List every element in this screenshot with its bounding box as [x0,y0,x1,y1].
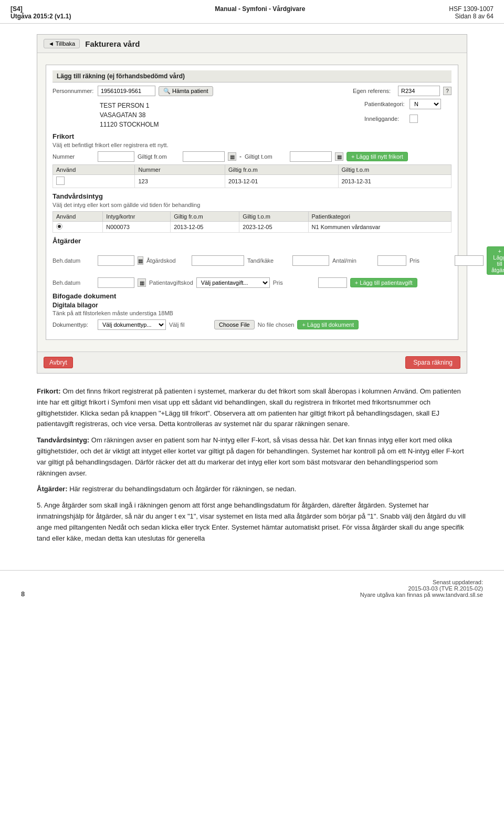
lagg-till-dokument-button[interactable]: + Lägg till dokument [297,320,359,329]
point5-text: 5. Ange åtgärder som skall ingå i räknin… [37,501,466,542]
back-button[interactable]: ◄ Tillbaka [44,39,80,48]
main-content: ◄ Tillbaka Fakturera vård Lägg till räkn… [0,24,504,560]
beh-datum-calendar-icon[interactable]: ▦ [138,256,143,265]
calendar-from-icon[interactable]: ▦ [228,152,236,161]
atgarder-section: Åtgärder Beh.datum ▦ Åtgärdskod Tand/käk… [52,237,452,288]
tv-radio[interactable] [56,223,62,230]
footer-right: Senast uppdaterad: 2015-03-03 (TVE R.201… [360,579,483,598]
avbryt-button[interactable]: Avbryt [44,357,73,368]
atgardskod-input[interactable] [192,255,244,266]
page-footer: 8 Senast uppdaterad: 2015-03-03 (TVE R.2… [0,570,504,603]
footer-date: 2015-03-03 (TVE R.2015-02) [360,585,483,592]
egen-ref-input[interactable] [398,86,440,96]
giltigt-tom-input[interactable] [290,151,332,162]
beh-datum-input-2[interactable] [98,277,134,288]
tv-from-cell: 2013-12-05 [171,222,239,233]
tv-col-anvand: Använd [53,212,103,222]
dokumenttyp-label: Dokumenttyp: [52,322,94,328]
tv-anvand-cell[interactable] [53,222,103,233]
frikort-col-from: Giltig fr.o.m [225,165,338,175]
spara-rakning-button[interactable]: Spara räkning [405,356,460,369]
atgarder-row1: Beh.datum ▦ Åtgärdskod Tand/käke Antal/m… [52,246,452,275]
header-left: [S4] Utgåva 2015:2 (v1.1) [10,5,71,20]
personnummer-label: Personnummer: [52,88,94,94]
patient-info: TEST PERSON 1 VASAGATAN 38 11120 STOCKHO… [100,101,159,129]
inneliggande-row: Inneliggande: [364,115,441,123]
patientkategori-select[interactable]: N [410,99,441,109]
nummer-input[interactable] [98,151,134,162]
point5-paragraph: 5. Ange åtgärder som skall ingå i räknin… [37,500,467,544]
frikort-bold-label: Frikort: [37,387,61,395]
egen-ref-label: Egen referens: [353,88,395,94]
antal-min-input[interactable] [377,255,406,266]
footer-page-number: 8 [21,590,25,598]
frikort-tom-cell: 2013-12-31 [338,175,452,188]
header-page: Sidan 8 av 64 [449,13,494,20]
help-icon[interactable]: ? [443,87,452,95]
patientavgiftskod-select[interactable]: Välj patientavgift... [196,277,270,288]
no-file-chosen-text: No file chosen [258,322,295,328]
tandvardsintyg-heading: Tandvårdsintyg [52,192,452,200]
header-version: Utgåva 2015:2 (v1.1) [10,13,71,20]
page-header: [S4] Utgåva 2015:2 (v1.1) Manual - Symfo… [0,0,504,24]
text-content: Frikort: Om det finns frikort registrera… [37,386,467,544]
lagg-till-atgard-button[interactable]: + Lägg till åtgärd [487,246,504,275]
hamta-patient-button[interactable]: 🔍 Hämta patient [159,86,213,96]
header-s4: [S4] [10,5,71,13]
inneliggande-checkbox[interactable] [410,115,418,123]
footer-senast-label: Senast uppdaterad: [360,579,483,585]
frikort-paragraph: Frikort: Om det finns frikort registrera… [37,386,467,430]
choose-file-button[interactable]: Choose File [214,320,255,329]
patient-address1: VASAGATAN 38 [100,110,159,120]
frikort-input-row: Nummer Giltigt fr.om ▦ - Giltigt t.om ▦ … [52,151,452,162]
frikort-row-1: 123 2013-12-01 2013-12-31 [53,175,452,188]
tandvardsintyg-text: Om räkningen avser en patient som har N-… [37,436,464,477]
tv-col-kortnr: Intyg/kortnr [103,212,171,222]
lagg-till-patientavgift-button[interactable]: + Lägg till patientavgift [350,278,417,287]
frikort-col-nummer: Nummer [135,165,225,175]
bottom-buttons-bar: Avbryt Spara räkning [37,351,467,373]
ui-screenshot-box: ◄ Tillbaka Fakturera vård Lägg till räkn… [37,34,467,374]
header-hsf: HSF 1309-1007 [449,5,494,13]
header-center: Manual - Symfoni - Vårdgivare [215,5,305,20]
atgarder-heading: Åtgärder [52,237,452,245]
dokumenttyp-select[interactable]: Välj dokumenttyp... [98,319,166,330]
beh-datum-input[interactable] [98,255,134,266]
patient-address2: 11120 STOCKHOLM [100,120,159,129]
tv-col-tom: Giltig t.o.m [239,212,308,222]
tv-kategori-cell: N1 Kommunen vårdansvar [308,222,451,233]
tv-col-kategori: Patientkategori [308,212,451,222]
valj-fil-label: Välj fil [169,322,211,328]
tv-col-from: Giltig fr.o.m [171,212,239,222]
bifogade-dok-heading: Bifogade dokument [52,292,452,300]
tand-kake-input[interactable] [292,255,329,266]
nummer-label: Nummer [52,153,94,160]
calendar-tom-icon[interactable]: ▦ [335,152,343,161]
atgarder-row2: Beh.datum ▦ Patientavgiftskod Välj patie… [52,277,452,288]
frikort-col-tom: Giltig t.o.m [338,165,452,175]
page-title: Fakturera vård [85,39,140,48]
bifogade-dokument-section: Bifogade dokument Digitala bilagor Tänk … [52,292,452,330]
title-bar: ◄ Tillbaka Fakturera vård [37,35,467,53]
frikort-checkbox[interactable] [56,177,65,185]
giltigt-from-input[interactable] [183,151,225,162]
personnummer-input[interactable] [98,86,155,96]
pris-input-2[interactable] [318,277,347,288]
frikort-anvand-cell[interactable] [53,175,135,188]
pris-input-1[interactable] [455,255,484,266]
digitala-bilagor-label: Digitala bilagor [52,302,452,309]
header-right: HSF 1309-1007 Sidan 8 av 64 [449,5,494,20]
lagg-till-heading: Lägg till räkning (ej förhandsbedömd vår… [52,70,452,82]
tandvardsintyg-sub: Välj det intyg eller kort som gällde vid… [52,202,452,208]
giltigt-tom-label: Giltigt t.om [245,153,287,160]
tandvardsintyg-section: Tandvårdsintyg Välj det intyg eller kort… [52,192,452,233]
lagg-till-nytt-frikort-button[interactable]: + Lägg till nytt frikort [346,152,408,161]
tandvardsintyg-bold-label: Tandvårdsintyg: [37,436,89,444]
tandvardsintyg-paragraph: Tandvårdsintyg: Om räkningen avser en pa… [37,435,467,479]
tandvardsintyg-row-1: N000073 2013-12-05 2023-12-05 N1 Kommune… [53,222,452,233]
frikort-nummer-cell: 123 [135,175,225,188]
frikort-from-cell: 2013-12-01 [225,175,338,188]
frikort-col-anvand: Använd [53,165,135,175]
beh-datum-calendar-icon-2[interactable]: ▦ [138,278,146,287]
giltigt-from-label: Giltigt fr.om [138,153,180,160]
